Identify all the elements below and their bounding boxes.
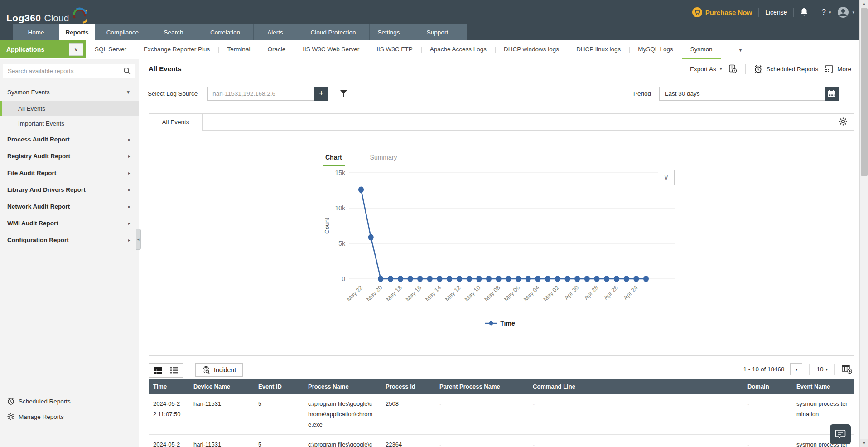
search-icon[interactable] <box>123 67 131 75</box>
column-header-command-line[interactable]: Command Line <box>528 379 743 394</box>
table-cell: 22364 <box>381 435 435 447</box>
chart-legend[interactable]: Time <box>323 320 678 327</box>
sidebar-category-registry-audit-report[interactable]: Registry Audit Report▸ <box>0 148 139 165</box>
chevron-right-icon: ▸ <box>128 204 130 209</box>
app-logo[interactable]: Log360 Cloud <box>6 6 87 24</box>
sidebar-category-network-audit-report[interactable]: Network Audit Report▸ <box>0 198 139 215</box>
nav-tab-search[interactable]: Search <box>150 24 197 40</box>
period-input[interactable] <box>659 87 825 101</box>
subnav-item-dhcp-windows-logs[interactable]: DHCP windows logs <box>495 40 568 59</box>
sidebar-collapse-handle[interactable]: ◂ <box>136 229 141 250</box>
search-reports-input[interactable] <box>3 64 135 78</box>
sidebar-category-file-audit-report[interactable]: File Audit Report▸ <box>0 165 139 181</box>
nav-tab-home[interactable]: Home <box>13 24 59 40</box>
panel-tab-all-events[interactable]: All Events <box>149 114 203 131</box>
nav-tab-reports[interactable]: Reports <box>59 24 95 40</box>
subnav-item-exchange-reporter-plus[interactable]: Exchange Reporter Plus <box>135 40 218 59</box>
more-icon <box>825 65 834 73</box>
sidebar-manage-reports[interactable]: Manage Reports <box>0 409 139 424</box>
notifications-button[interactable] <box>800 8 808 17</box>
list-view-button[interactable] <box>166 364 183 377</box>
nav-tab-correlation[interactable]: Correlation <box>197 24 254 40</box>
subnav-item-iis-w3c-web-server[interactable]: IIS W3C Web Server <box>294 40 368 59</box>
subnav-item-oracle[interactable]: Oracle <box>259 40 294 59</box>
tab-summary[interactable]: Summary <box>367 150 400 166</box>
subnav-item-iis-w3c-ftp[interactable]: IIS W3C FTP <box>368 40 421 59</box>
add-column-icon[interactable] <box>842 365 852 374</box>
incident-label: Incident <box>214 366 236 374</box>
logo-swirl-icon <box>72 6 87 24</box>
subnav-item-apache-access-logs[interactable]: Apache Access Logs <box>421 40 495 59</box>
divider <box>834 364 835 375</box>
subnav-overflow-button[interactable]: ▼ <box>733 44 748 56</box>
subnav-item-mysql-logs[interactable]: MySQL Logs <box>629 40 682 59</box>
more-button[interactable]: More <box>825 65 851 73</box>
subnav-item-sysmon[interactable]: Sysmon <box>682 40 721 59</box>
logo-text-secondary: Cloud <box>44 13 69 24</box>
chat-support-button[interactable] <box>830 424 851 444</box>
table-row[interactable]: 2024-05-22 11:07:50hari-115315c:\program… <box>149 394 854 435</box>
column-header-process-name[interactable]: Process Name <box>304 379 381 394</box>
column-header-device-name[interactable]: Device Name <box>189 379 254 394</box>
category-label: WMI Audit Report <box>7 220 58 227</box>
next-page-button[interactable]: › <box>790 363 802 375</box>
log-source-input[interactable] <box>207 87 314 101</box>
filter-icon[interactable] <box>340 90 347 97</box>
column-header-domain[interactable]: Domain <box>743 379 792 394</box>
column-header-event-name[interactable]: Event Name <box>792 379 854 394</box>
scroll-up-arrow[interactable]: ▲ <box>860 0 868 8</box>
scroll-down-arrow[interactable]: ▼ <box>860 439 868 447</box>
nav-tab-support[interactable]: Support <box>408 24 467 40</box>
page-scrollbar[interactable]: ▲ ▼ <box>859 0 868 447</box>
sidebar-item-important-events[interactable]: Important Events <box>0 116 139 131</box>
chart-panel: Chart Summary 05k10k15kCountMay 22May 20… <box>323 150 678 327</box>
nav-tab-cloud-protection[interactable]: Cloud Protection <box>297 24 370 40</box>
sidebar-category-process-audit-report[interactable]: Process Audit Report▸ <box>0 131 139 148</box>
chart-collapse-button[interactable]: ∨ <box>658 170 675 185</box>
column-header-time[interactable]: Time <box>149 379 189 394</box>
scrollbar-thumb[interactable] <box>861 8 868 176</box>
svg-text:15k: 15k <box>335 169 346 176</box>
sidebar-category-library-and-drivers-report[interactable]: Library And Drivers Report▸ <box>0 181 139 198</box>
svg-text:May 10: May 10 <box>463 284 482 303</box>
export-schedule-icon[interactable] <box>728 64 737 73</box>
tab-chart[interactable]: Chart <box>323 150 345 166</box>
chevron-down-icon: ▾ <box>720 67 722 71</box>
help-menu[interactable]: ? ▾ <box>821 8 831 17</box>
purchase-now-button[interactable]: Purchase Now <box>692 7 752 17</box>
export-as-button[interactable]: Export As ▾ <box>690 66 722 73</box>
table-row[interactable]: 2024-05-22hari-115315c:\program files\go… <box>149 435 854 447</box>
cart-icon <box>692 7 702 17</box>
sidebar-category-configuration-report[interactable]: Configuration Report▸ <box>0 232 139 248</box>
subnav-item-dhcp-linux-logs[interactable]: DHCP linux logs <box>568 40 629 59</box>
add-log-source-button[interactable]: + <box>314 87 328 101</box>
panel-settings-gear-icon[interactable] <box>839 117 847 126</box>
incident-button[interactable]: Incident <box>195 363 243 377</box>
nav-tab-compliance[interactable]: Compliance <box>95 24 150 40</box>
svg-text:May 06: May 06 <box>502 284 521 303</box>
table-cell: - <box>743 394 792 435</box>
nav-tab-settings[interactable]: Settings <box>370 24 408 40</box>
table-cell: 2508 <box>381 394 435 435</box>
column-header-process-id[interactable]: Process Id <box>381 379 435 394</box>
sidebar-category-wmi-audit-report[interactable]: WMI Audit Report▸ <box>0 215 139 232</box>
applications-dropdown[interactable]: Applications ∨ <box>0 40 86 58</box>
subnav-item-sql-server[interactable]: SQL Server <box>86 40 135 59</box>
calendar-button[interactable] <box>825 87 839 101</box>
license-link[interactable]: License <box>765 9 787 16</box>
nav-tab-alerts[interactable]: Alerts <box>254 24 297 40</box>
svg-text:May 22: May 22 <box>345 284 364 303</box>
column-header-parent-process-name[interactable]: Parent Process Name <box>435 379 528 394</box>
grid-view-button[interactable] <box>149 364 166 377</box>
sidebar-scheduled-reports[interactable]: Scheduled Reports <box>0 394 139 409</box>
sidebar-item-all-events[interactable]: All Events <box>0 101 139 116</box>
account-menu[interactable]: ▾ <box>837 6 854 18</box>
sidebar-group-sysmon-events[interactable]: Sysmon Events ▼ <box>0 84 139 101</box>
subnav-item-terminal[interactable]: Terminal <box>218 40 259 59</box>
page-size-dropdown[interactable]: 10 ▾ <box>816 366 828 373</box>
table-cell: - <box>528 394 743 435</box>
scheduled-reports-button[interactable]: Scheduled Reports <box>754 65 818 73</box>
table-cell: 2024-05-22 11:07:50 <box>149 394 189 435</box>
column-header-event-id[interactable]: Event ID <box>254 379 304 394</box>
gear-icon <box>7 413 14 420</box>
